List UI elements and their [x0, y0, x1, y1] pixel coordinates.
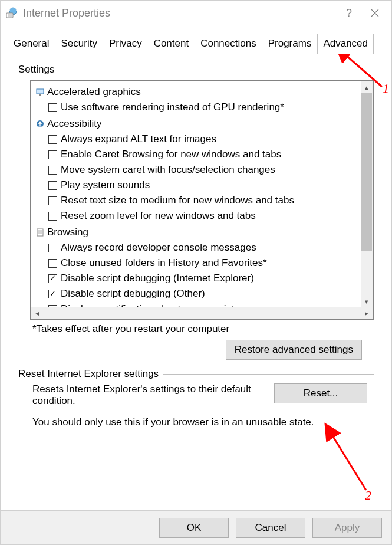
- tab-security[interactable]: Security: [55, 34, 103, 54]
- settings-group-label: Accessibility: [47, 118, 102, 130]
- checkbox[interactable]: [48, 290, 57, 298]
- settings-label: Settings: [18, 64, 59, 75]
- apply-button[interactable]: Apply: [312, 518, 382, 538]
- internet-properties-dialog: Internet Properties ? General Security P…: [0, 0, 392, 545]
- checkbox[interactable]: [48, 150, 57, 159]
- settings-item-label: Enable Caret Browsing for new windows an…: [61, 149, 281, 160]
- settings-item[interactable]: Reset zoom level for new windows and tab…: [35, 208, 373, 224]
- settings-item[interactable]: Always expand ALT text for images: [35, 132, 373, 147]
- divider: [163, 374, 374, 375]
- reset-warning: You should only use this if your browser…: [32, 416, 374, 428]
- settings-item-label: Display a notification about every scrip…: [61, 303, 258, 307]
- settings-group: AccessibilityAlways expand ALT text for …: [35, 116, 373, 224]
- settings-item[interactable]: Use software rendering instead of GPU re…: [35, 100, 373, 115]
- checkbox[interactable]: [48, 166, 57, 175]
- settings-item-label: Always record developer console messages: [61, 242, 256, 254]
- settings-item[interactable]: Play system sounds: [35, 178, 373, 193]
- reset-fieldset: Reset Internet Explorer settings Resets …: [18, 368, 374, 428]
- restart-note: *Takes effect after you restart your com…: [32, 323, 374, 335]
- settings-item[interactable]: Enable Caret Browsing for new windows an…: [35, 147, 373, 162]
- settings-tree[interactable]: Accelerated graphicsUse software renderi…: [30, 80, 374, 320]
- cancel-button[interactable]: Cancel: [236, 518, 305, 538]
- settings-item[interactable]: Move system caret with focus/selection c…: [35, 162, 373, 178]
- titlebar: Internet Properties ?: [1, 1, 391, 25]
- horizontal-scrollbar[interactable]: ◂ ▸: [31, 307, 373, 319]
- annotation-label-2: 2: [365, 488, 371, 503]
- settings-item-label: Move system caret with focus/selection c…: [61, 164, 275, 176]
- checkbox[interactable]: [48, 212, 57, 221]
- settings-group-header[interactable]: Accessibility: [35, 116, 373, 132]
- vertical-scrollbar[interactable]: ▴ ▾: [361, 81, 373, 307]
- svg-line-13: [332, 435, 366, 490]
- tab-connections[interactable]: Connections: [195, 34, 262, 54]
- tab-general[interactable]: General: [8, 34, 55, 54]
- settings-item[interactable]: Disable script debugging (Internet Explo…: [35, 271, 373, 286]
- tab-privacy[interactable]: Privacy: [103, 34, 148, 54]
- settings-item[interactable]: Disable script debugging (Other): [35, 286, 373, 301]
- settings-group-header[interactable]: Accelerated graphics: [35, 84, 373, 100]
- tab-strip: General Security Privacy Content Connect…: [8, 34, 384, 54]
- scroll-up-icon[interactable]: ▴: [361, 81, 373, 93]
- settings-item-label: Close unused folders in History and Favo…: [61, 257, 267, 269]
- svg-rect-5: [39, 94, 41, 96]
- ie-options-icon: [5, 6, 18, 19]
- checkbox[interactable]: [48, 305, 57, 308]
- settings-item-label: Disable script debugging (Other): [61, 288, 205, 300]
- accessibility-icon: [35, 119, 45, 129]
- reset-section-label: Reset Internet Explorer settings: [18, 368, 163, 380]
- settings-item[interactable]: Display a notification about every scrip…: [35, 301, 373, 307]
- svg-rect-1: [6, 13, 13, 18]
- help-button[interactable]: ?: [336, 4, 362, 22]
- settings-group-label: Accelerated graphics: [47, 86, 141, 98]
- settings-item-label: Reset text size to medium for new window…: [61, 195, 294, 206]
- checkbox[interactable]: [48, 135, 57, 144]
- checkbox[interactable]: [48, 244, 57, 252]
- scroll-right-icon[interactable]: ▸: [360, 309, 373, 317]
- close-button[interactable]: [362, 4, 388, 22]
- ok-button[interactable]: OK: [159, 518, 229, 538]
- scroll-left-icon[interactable]: ◂: [31, 309, 44, 317]
- settings-group-label: Browsing: [47, 226, 88, 238]
- svg-rect-4: [37, 89, 44, 94]
- settings-item-label: Play system sounds: [61, 179, 150, 191]
- settings-item-label: Always expand ALT text for images: [61, 133, 216, 145]
- reset-button[interactable]: Reset...: [274, 383, 367, 403]
- settings-item[interactable]: Reset text size to medium for new window…: [35, 193, 373, 208]
- settings-group-header[interactable]: Browsing: [35, 225, 373, 240]
- checkbox[interactable]: [48, 259, 57, 268]
- settings-item-label: Disable script debugging (Internet Explo…: [61, 272, 254, 284]
- reset-description: Resets Internet Explorer's settings to t…: [32, 383, 262, 407]
- settings-fieldset: Settings Accelerated graphicsUse softwar…: [18, 64, 374, 360]
- svg-rect-8: [37, 229, 43, 236]
- settings-item-label: Use software rendering instead of GPU re…: [61, 101, 284, 113]
- settings-group: BrowsingAlways record developer console …: [35, 225, 373, 307]
- tab-content[interactable]: Content: [148, 34, 195, 54]
- settings-item[interactable]: Always record developer console messages: [35, 240, 373, 255]
- svg-point-7: [39, 122, 41, 123]
- divider: [59, 70, 374, 70]
- settings-item-label: Reset zoom level for new windows and tab…: [61, 210, 256, 222]
- scroll-down-icon[interactable]: ▾: [361, 296, 373, 307]
- tab-content-advanced: Settings Accelerated graphicsUse softwar…: [8, 54, 384, 435]
- scroll-thumb[interactable]: [361, 93, 372, 251]
- restore-advanced-button[interactable]: Restore advanced settings: [226, 340, 362, 360]
- annotation-label-1: 1: [383, 81, 389, 96]
- checkbox[interactable]: [48, 274, 57, 283]
- checkbox[interactable]: [48, 196, 57, 205]
- settings-group: Accelerated graphicsUse software renderi…: [35, 84, 373, 115]
- checkbox[interactable]: [48, 103, 57, 112]
- settings-item[interactable]: Close unused folders in History and Favo…: [35, 255, 373, 271]
- tab-advanced[interactable]: Advanced: [317, 34, 374, 54]
- window-title: Internet Properties: [23, 7, 110, 19]
- monitor-icon: [35, 87, 45, 97]
- checkbox[interactable]: [48, 181, 57, 190]
- dialog-button-bar: OK Cancel Apply: [1, 510, 391, 544]
- tab-programs[interactable]: Programs: [262, 34, 318, 54]
- page-icon: [35, 228, 45, 237]
